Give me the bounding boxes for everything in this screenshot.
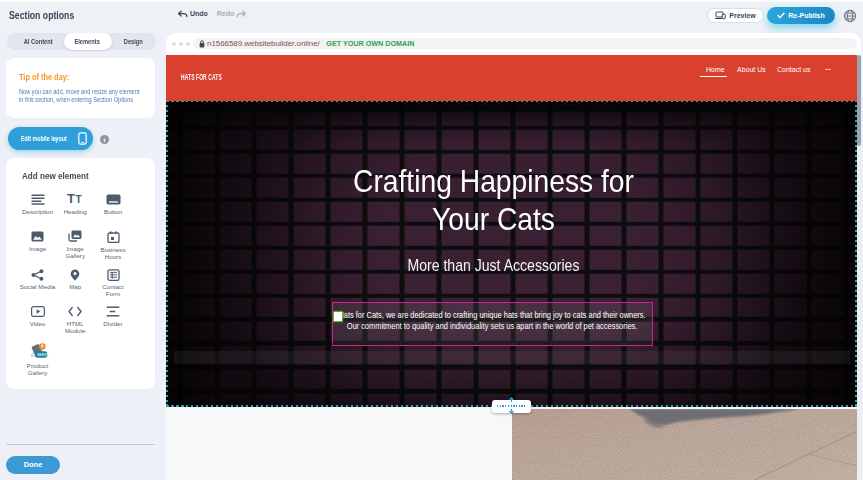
svg-text:T: T — [76, 194, 82, 205]
svg-text:SHOP: SHOP — [36, 352, 48, 357]
svg-text:T: T — [67, 192, 75, 205]
